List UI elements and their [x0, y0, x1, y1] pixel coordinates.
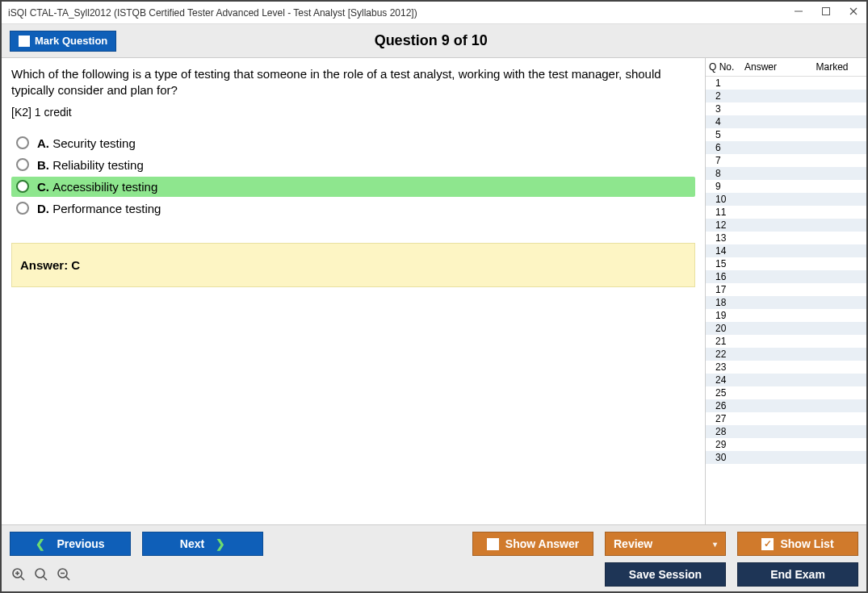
- row-qno: 18: [709, 297, 744, 308]
- row-qno: 16: [709, 271, 744, 282]
- col-answer: Answer: [744, 61, 801, 73]
- minimize-icon[interactable]: [792, 6, 805, 19]
- option-b[interactable]: B. Reliability testing: [11, 155, 695, 175]
- option-a[interactable]: A. Security testing: [11, 133, 695, 153]
- question-list-row[interactable]: 17: [706, 283, 866, 296]
- end-exam-button[interactable]: End Exam: [737, 562, 858, 587]
- option-d[interactable]: D. Performance testing: [11, 198, 695, 219]
- show-answer-label: Show Answer: [505, 537, 579, 550]
- row-qno: 5: [709, 129, 744, 140]
- previous-label: Previous: [57, 537, 104, 550]
- row-qno: 26: [709, 400, 744, 411]
- col-marked: Marked: [801, 61, 863, 73]
- question-list-row[interactable]: 18: [706, 296, 866, 309]
- question-list-row[interactable]: 20: [706, 322, 866, 335]
- next-label: Next: [180, 537, 204, 550]
- radio-icon: [16, 158, 29, 171]
- review-label: Review: [614, 537, 652, 550]
- question-text: Which of the following is a type of test…: [11, 66, 695, 99]
- question-list-row[interactable]: 27: [706, 412, 866, 425]
- question-list-row[interactable]: 10: [706, 193, 866, 206]
- question-list-row[interactable]: 21: [706, 335, 866, 348]
- question-list-row[interactable]: 14: [706, 244, 866, 257]
- radio-icon: [16, 180, 29, 193]
- question-list-row[interactable]: 24: [706, 374, 866, 386]
- row-qno: 21: [709, 336, 744, 347]
- review-dropdown-button[interactable]: Review ▾: [605, 532, 726, 556]
- question-credit: [K2] 1 credit: [11, 106, 695, 119]
- show-answer-button[interactable]: Show Answer: [472, 532, 593, 556]
- window-title: iSQI CTAL-TA_Syll2012 (ISTQB Certified T…: [8, 7, 792, 19]
- header-bar: Mark Question Question 9 of 10: [2, 24, 866, 58]
- question-list-row[interactable]: 28: [706, 425, 866, 438]
- question-list-row[interactable]: 12: [706, 219, 866, 232]
- row-qno: 10: [709, 194, 744, 205]
- question-list-row[interactable]: 23: [706, 361, 866, 374]
- content-area: Which of the following is a type of test…: [2, 58, 866, 524]
- question-list-row[interactable]: 16: [706, 270, 866, 283]
- question-list-row[interactable]: 3: [706, 102, 866, 115]
- question-list-row[interactable]: 9: [706, 180, 866, 193]
- zoom-controls: [10, 566, 73, 583]
- question-list-row[interactable]: 13: [706, 232, 866, 244]
- option-label: B. Reliability testing: [37, 158, 144, 172]
- options-list: A. Security testingB. Reliability testin…: [11, 133, 695, 219]
- row-qno: 7: [709, 155, 744, 166]
- row-qno: 30: [709, 452, 744, 463]
- row-qno: 15: [709, 258, 744, 269]
- question-list-row[interactable]: 25: [706, 386, 866, 399]
- save-session-button[interactable]: Save Session: [605, 562, 726, 587]
- save-session-label: Save Session: [629, 568, 702, 581]
- show-list-button[interactable]: ✓ Show List: [737, 532, 858, 556]
- svg-line-11: [66, 577, 70, 581]
- row-qno: 19: [709, 310, 744, 321]
- caret-down-icon: ▾: [713, 540, 717, 549]
- question-list-row[interactable]: 26: [706, 399, 866, 412]
- row-qno: 3: [709, 103, 744, 115]
- question-list-row[interactable]: 15: [706, 257, 866, 270]
- show-list-label: Show List: [780, 537, 833, 550]
- maximize-icon[interactable]: [820, 6, 832, 19]
- row-qno: 23: [709, 361, 744, 373]
- row-qno: 14: [709, 245, 744, 257]
- window-controls: [792, 6, 860, 19]
- row-qno: 11: [709, 207, 744, 218]
- next-button[interactable]: Next ❯: [142, 532, 263, 556]
- row-qno: 28: [709, 426, 744, 437]
- col-qno: Q No.: [709, 61, 744, 73]
- question-list-row[interactable]: 8: [706, 167, 866, 180]
- question-list-row[interactable]: 29: [706, 438, 866, 451]
- zoom-out-icon[interactable]: [55, 566, 73, 583]
- footer-row-2: Save Session End Exam: [10, 562, 858, 587]
- close-icon[interactable]: [847, 6, 860, 19]
- question-list-row[interactable]: 7: [706, 154, 866, 167]
- question-list-row[interactable]: 11: [706, 206, 866, 219]
- row-qno: 13: [709, 232, 744, 244]
- question-list-row[interactable]: 1: [706, 77, 866, 90]
- previous-button[interactable]: ❮ Previous: [10, 532, 131, 556]
- question-list-panel: Q No. Answer Marked 12345678910111213141…: [705, 58, 866, 524]
- option-c[interactable]: C. Accessibility testing: [11, 177, 695, 197]
- option-label: C. Accessibility testing: [37, 180, 157, 194]
- question-list-row[interactable]: 22: [706, 348, 866, 361]
- question-panel: Which of the following is a type of test…: [2, 58, 705, 524]
- row-qno: 22: [709, 349, 744, 360]
- question-list-row[interactable]: 2: [706, 90, 866, 102]
- question-list-row[interactable]: 30: [706, 451, 866, 464]
- titlebar: iSQI CTAL-TA_Syll2012 (ISTQB Certified T…: [2, 2, 866, 24]
- question-list-row[interactable]: 4: [706, 115, 866, 128]
- answer-box: Answer: C: [11, 243, 695, 287]
- question-list-row[interactable]: 19: [706, 309, 866, 322]
- svg-line-5: [21, 577, 25, 581]
- radio-icon: [16, 202, 29, 215]
- checkbox-icon: [487, 538, 499, 550]
- row-qno: 12: [709, 219, 744, 231]
- footer-bar: ❮ Previous Next ❯ Show Answer Review ▾ ✓…: [2, 524, 866, 591]
- row-qno: 1: [709, 77, 744, 89]
- question-list-row[interactable]: 5: [706, 128, 866, 141]
- question-list-row[interactable]: 6: [706, 141, 866, 154]
- zoom-in-icon[interactable]: [10, 566, 27, 583]
- question-list-header: Q No. Answer Marked: [706, 58, 866, 77]
- zoom-reset-icon[interactable]: [32, 566, 50, 583]
- question-list-body[interactable]: 1234567891011121314151617181920212223242…: [706, 77, 866, 524]
